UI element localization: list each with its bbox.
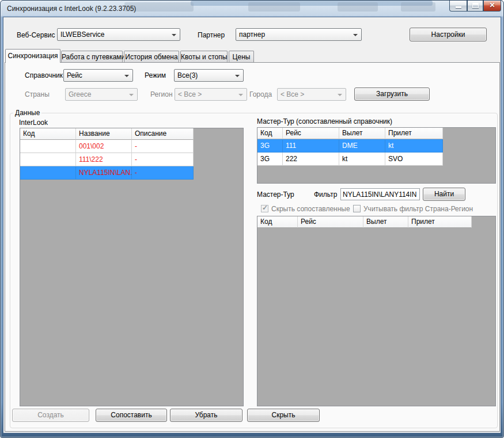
column-header-nazvanie[interactable]: Название [76,128,132,140]
chevron-down-icon [129,94,134,96]
column-header-kod[interactable]: Код [257,128,283,139]
column-header-prilet[interactable]: Прилет [408,216,472,228]
mode-select[interactable]: Все(3) [174,69,244,82]
aero-reflection [191,1,433,6]
cell-kod: 3G [257,139,283,153]
column-header-reis[interactable]: Рейс [283,128,339,139]
checkbox-checked-icon: ✓ [261,205,268,212]
find-button[interactable]: Найти [423,188,465,201]
matched-table-header: Код Рейс Вылет Прилет [257,128,495,139]
column-header-prilet[interactable]: Прилет [385,128,443,139]
master-tour-matched-label: Мастер-Тур (сопоставленный справочник) [257,117,392,125]
cell-nazvanie: 111\222 [76,153,132,166]
load-button[interactable]: Загрузить [354,87,430,101]
checkbox-unchecked-icon [353,205,361,212]
close-button[interactable]: ✕ [483,1,501,12]
column-header-kod[interactable]: Код [257,216,298,228]
sync-tab-panel: Справочник Рейс Режим Все(3) Страны Gree… [5,62,500,432]
settings-button[interactable]: Настройки [410,28,487,41]
countries-value: Greece [69,90,126,98]
directory-label: Справочник [25,71,63,79]
cell-vylet: kt [339,153,385,166]
column-header-vylet[interactable]: Вылет [339,128,385,139]
cell-kod [20,140,76,153]
cell-nazvanie: 001\002 [76,140,132,153]
cell-prilet: SVO [385,153,443,166]
mode-value: Все(3) [177,71,232,79]
cell-reis: 222 [283,153,339,166]
partner-label: Партнер [198,31,225,39]
check-icon: ✓ [262,204,268,212]
maximize-icon [472,3,479,8]
cell-nazvanie: NYLA115IN\LAN... [76,166,132,180]
app-window: Синхронизация с InterLook (9.2.23.3705) … [0,0,504,438]
web-service-label: Веб-Сервис [17,31,55,39]
country-region-filter-checkbox[interactable]: Учитывать фильтр Страна-Регион [353,204,473,213]
client-area: Веб-Сервис ILWEBService Партнер партнер … [3,17,501,433]
interlook-table[interactable]: Код Название Описание 001\002 - 111\222 … [20,128,244,406]
table-row[interactable]: 001\002 - [20,140,243,153]
results-table-header: Код Рейс Вылет Прилет [257,216,495,228]
chevron-down-icon [124,75,129,77]
cell-opisanie: - [132,153,194,166]
table-row-selected[interactable]: 3G 111 DME kt [257,139,495,153]
aero-reflection [338,2,378,12]
cell-opisanie: - [132,140,194,153]
column-header-vylet[interactable]: Вылет [363,216,408,228]
partner-value: партнер [239,31,350,39]
tab-prices[interactable]: Цены [229,51,254,63]
region-select[interactable]: < Все > [175,88,247,101]
cell-opisanie: - [132,166,194,180]
create-button[interactable]: Создать [12,409,89,422]
chevron-down-icon [338,94,342,96]
cell-vylet: DME [339,139,385,153]
master-tour-matched-table[interactable]: Код Рейс Вылет Прилет 3G 111 DME kt 3G 2… [257,127,496,184]
aero-reflection [401,2,435,12]
column-header-kod[interactable]: Код [20,128,76,140]
web-service-select[interactable]: ILWEBService [57,28,180,41]
filter-input[interactable] [340,188,420,200]
cities-value: < Все > [281,90,334,98]
chevron-down-icon [235,75,240,77]
country-region-filter-label: Учитывать фильтр Страна-Регион [363,205,473,213]
tab-quotas-stops[interactable]: Квоты и стопы [180,51,228,63]
tab-exchange-history[interactable]: История обмена [124,51,179,63]
directory-select[interactable]: Рейс [63,69,133,82]
tab-sync[interactable]: Синхронизация [5,49,60,63]
column-header-opisanie[interactable]: Описание [132,128,194,140]
partner-select[interactable]: партнер [236,28,362,41]
master-tour-label: Мастер-Тур [257,191,294,199]
chevron-down-icon [353,34,358,36]
aero-reflection [248,2,300,12]
remove-button[interactable]: Убрать [170,409,242,422]
web-service-value: ILWEBService [60,31,168,39]
cell-reis: 111 [283,139,339,153]
tab-vouchers[interactable]: Работа с путевками [61,51,123,63]
filter-label: Фильтр [314,191,337,199]
titlebar[interactable]: Синхронизация с InterLook (9.2.23.3705) … [1,1,503,17]
table-row[interactable]: 111\222 - [20,153,243,166]
hide-button[interactable]: Скрыть [247,409,320,422]
cities-select[interactable]: < Все > [277,88,346,101]
countries-select[interactable]: Greece [65,88,138,101]
cell-kod: 3G [257,153,283,166]
cell-prilet: kt [385,139,443,153]
region-label: Регион [150,90,173,98]
chevron-down-icon [172,34,176,36]
cell-kod [20,166,76,180]
directory-value: Рейс [67,71,121,79]
minimize-button[interactable] [449,1,467,12]
cell-kod [20,153,76,166]
interlook-label: InterLook [19,119,48,127]
master-tour-results-table[interactable]: Код Рейс Вылет Прилет [257,216,496,406]
cities-label: Города [249,90,272,98]
data-group-title: Данные [13,109,41,117]
table-row-selected[interactable]: NYLA115IN\LAN... - [20,166,243,180]
match-button[interactable]: Сопоставить [96,409,167,422]
maximize-button[interactable] [467,1,483,12]
mode-label: Режим [145,71,166,79]
column-header-reis[interactable]: Рейс [298,216,363,228]
hide-matched-checkbox[interactable]: ✓ Скрыть сопоставленные [261,204,350,213]
chevron-down-icon [238,94,243,96]
table-row[interactable]: 3G 222 kt SVO [257,153,495,166]
